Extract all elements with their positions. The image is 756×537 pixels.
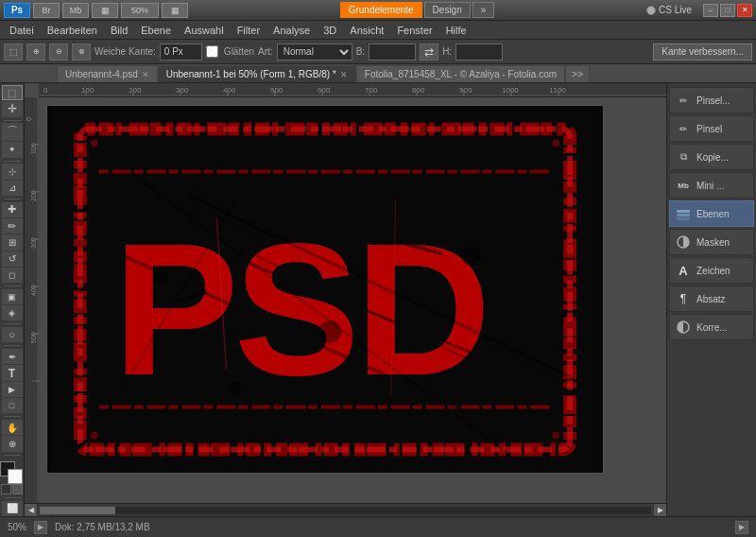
panel-brush-preset-label: Pinsel... bbox=[696, 95, 730, 106]
doc-tab-2[interactable]: Fotolia_8715458_XL - © Azaliya - Fotolia… bbox=[356, 65, 565, 82]
doc-tab-0[interactable]: Unbenannt-4.psd ✕ bbox=[57, 65, 158, 82]
doc-tab-2-label: Fotolia_8715458_XL - © Azaliya - Fotolia… bbox=[365, 69, 557, 79]
kante-verbessern-button[interactable]: Kante verbessern... bbox=[653, 43, 752, 61]
menu-item-ebene[interactable]: Ebene bbox=[135, 23, 177, 38]
canvas-document[interactable]: PSD bbox=[46, 105, 604, 474]
tool-heal[interactable]: ✚ bbox=[2, 202, 23, 217]
svg-text:200: 200 bbox=[30, 190, 37, 201]
tab-design[interactable]: Design bbox=[424, 2, 471, 18]
swap-icon[interactable]: ⇄ bbox=[420, 43, 438, 61]
tool-brush[interactable]: ✏ bbox=[2, 218, 23, 234]
tool-eyedropper[interactable]: ⊿ bbox=[2, 181, 23, 196]
doc-tab-1-label: Unbenannt-1 bei 50% (Form 1, RGB/8) * bbox=[166, 69, 336, 79]
panel-character-label: Zeichen bbox=[696, 266, 730, 276]
tool-hand[interactable]: ✋ bbox=[2, 420, 23, 435]
panel-brush-preset[interactable]: ✏ Pinsel... bbox=[669, 87, 754, 113]
tool-crop[interactable]: ⊹ bbox=[2, 164, 23, 179]
scroll-right-btn[interactable]: ▶ bbox=[653, 504, 666, 517]
corrections-icon bbox=[674, 318, 693, 337]
tool-pen[interactable]: ✒ bbox=[2, 349, 23, 364]
toolbar-separator-7 bbox=[4, 416, 21, 417]
tool-shape[interactable]: □ bbox=[2, 398, 23, 413]
zoom-level[interactable]: 50% bbox=[8, 522, 26, 532]
minimize-button[interactable]: – bbox=[703, 4, 718, 17]
tool-lasso[interactable]: ⌒ bbox=[2, 123, 23, 141]
doc-tab-1-close[interactable]: ✕ bbox=[340, 70, 348, 79]
workspace-tabs: Grundelemente Design » bbox=[340, 2, 495, 18]
menu-item-3d[interactable]: 3D bbox=[318, 23, 342, 38]
canvas-scroll-area[interactable]: PSD bbox=[39, 97, 666, 503]
h-scrollbar[interactable]: ◀ ▶ bbox=[25, 503, 666, 516]
color-swatches[interactable] bbox=[0, 461, 25, 479]
tool-stamp[interactable]: ⊞ bbox=[2, 234, 23, 250]
ruler-vertical: 0 100 200 300 400 500 bbox=[25, 97, 39, 503]
menu-item-datei[interactable]: Datei bbox=[4, 23, 40, 38]
bridge-icon[interactable]: Br bbox=[33, 3, 60, 18]
weiche-kante-input[interactable] bbox=[160, 43, 202, 61]
tool-text[interactable]: T bbox=[2, 365, 23, 380]
panel-layers-label: Ebenen bbox=[696, 209, 729, 219]
mini-bridge-icon[interactable]: Mb bbox=[62, 3, 89, 18]
panel-brush[interactable]: ✏ Pinsel bbox=[669, 115, 754, 142]
status-options-btn[interactable]: ▶ bbox=[34, 521, 47, 534]
glatten-label: Glätten bbox=[224, 46, 254, 57]
panel-corrections[interactable]: Korre... bbox=[669, 314, 754, 340]
h-scrollbar-track[interactable] bbox=[40, 507, 651, 514]
menu-item-bearbeiten[interactable]: Bearbeiten bbox=[42, 23, 103, 38]
menu-item-ansicht[interactable]: Ansicht bbox=[344, 23, 389, 38]
menu-item-fenster[interactable]: Fenster bbox=[391, 23, 438, 38]
tool-blur[interactable]: ◈ bbox=[2, 305, 23, 320]
tool-marquee[interactable]: ⬚ bbox=[2, 85, 23, 100]
tool-move[interactable]: ✛ bbox=[2, 101, 23, 116]
panel-masks[interactable]: Masken bbox=[669, 229, 754, 255]
intersect-selection-icon[interactable]: ⊗ bbox=[72, 43, 91, 61]
svg-text:1100: 1100 bbox=[549, 86, 566, 95]
menu-item-bild[interactable]: Bild bbox=[105, 23, 133, 38]
menu-item-filter[interactable]: Filter bbox=[232, 23, 266, 38]
zoom-display[interactable]: 50% bbox=[121, 3, 159, 18]
doc-tabs-more[interactable]: >> bbox=[565, 65, 590, 82]
art-select[interactable]: Normal Feste Größe Festes Verhältnis bbox=[277, 43, 352, 61]
scroll-to-end-btn[interactable]: ▶ bbox=[735, 521, 748, 534]
tab-grundelemente[interactable]: Grundelemente bbox=[340, 2, 422, 18]
menu-item-auswahl[interactable]: Auswahl bbox=[179, 23, 230, 38]
menu-item-hilfe[interactable]: Hilfe bbox=[440, 23, 472, 38]
tool-zoom[interactable]: ⊕ bbox=[2, 436, 23, 451]
doc-tab-1[interactable]: Unbenannt-1 bei 50% (Form 1, RGB/8) * ✕ bbox=[158, 65, 356, 82]
close-button[interactable]: ✕ bbox=[737, 4, 752, 17]
arrange-icon[interactable]: ▦ bbox=[92, 3, 118, 18]
normal-mode-icon[interactable] bbox=[1, 484, 11, 494]
panel-paragraph[interactable]: ¶ Absatz bbox=[669, 286, 754, 312]
screen-mode-button[interactable]: ⬜ bbox=[2, 501, 23, 516]
tool-dodge[interactable]: ○ bbox=[2, 327, 23, 342]
tool-path-select[interactable]: ▶ bbox=[2, 382, 23, 397]
panel-character[interactable]: A Zeichen bbox=[669, 257, 754, 284]
view-icon[interactable]: ▦ bbox=[162, 3, 188, 18]
panel-layers[interactable]: Ebenen bbox=[669, 200, 754, 227]
panel-mini-bridge[interactable]: Mb Mini ... bbox=[669, 172, 754, 199]
add-selection-icon[interactable]: ⊕ bbox=[26, 43, 45, 61]
maximize-button[interactable]: □ bbox=[720, 4, 735, 17]
doc-tab-0-close[interactable]: ✕ bbox=[142, 70, 149, 79]
background-color[interactable] bbox=[8, 469, 23, 484]
glatten-checkbox[interactable] bbox=[206, 45, 218, 58]
b-input[interactable] bbox=[369, 43, 416, 61]
tool-magic-wand[interactable]: ✦ bbox=[2, 142, 23, 157]
h-input[interactable] bbox=[455, 43, 503, 61]
tool-history[interactable]: ↺ bbox=[2, 251, 23, 267]
h-scrollbar-thumb[interactable] bbox=[40, 507, 115, 514]
tool-gradient[interactable]: ▣ bbox=[2, 289, 23, 304]
tab-more[interactable]: » bbox=[472, 2, 495, 18]
selection-mode-icon[interactable]: ⬚ bbox=[4, 43, 23, 61]
menu-item-analyse[interactable]: Analyse bbox=[267, 23, 316, 38]
cs-live-label: CS Live bbox=[659, 5, 692, 15]
subtract-selection-icon[interactable]: ⊖ bbox=[49, 43, 68, 61]
tool-eraser[interactable]: ◻ bbox=[2, 268, 23, 283]
brush-icon: ✏ bbox=[674, 119, 693, 138]
quick-mask-icon[interactable] bbox=[12, 484, 23, 494]
cs-live[interactable]: CS Live bbox=[646, 5, 692, 15]
toolbar-separator-5 bbox=[4, 323, 21, 324]
svg-point-51 bbox=[153, 268, 168, 283]
panel-clone-source[interactable]: ⧉ Kopie... bbox=[669, 144, 754, 170]
scroll-left-btn[interactable]: ◀ bbox=[25, 504, 38, 517]
